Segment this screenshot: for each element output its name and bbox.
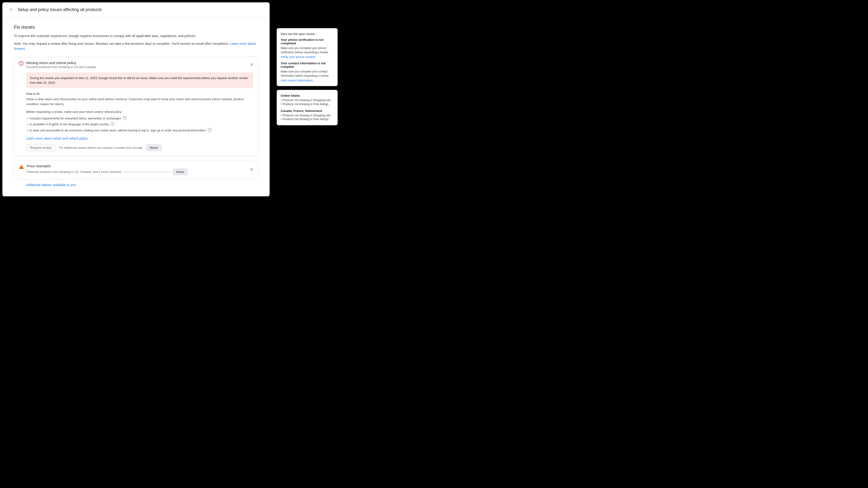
fix-issues-title: Fix issues xyxy=(14,24,258,30)
chevron-up-icon: ∧ xyxy=(250,62,253,67)
issue-subtitle-return: Prevents products from showing in US and… xyxy=(26,65,96,69)
additional-options-link[interactable]: Additional options available to you xyxy=(26,183,76,187)
panel-title: Setup and policy issues affecting all pr… xyxy=(18,7,102,12)
issue-title-group: Missing return and refund policy Prevent… xyxy=(26,61,96,69)
tooltip-open-issues: Here are the open issues: Your phone ver… xyxy=(277,28,338,86)
issue-title-group-2: Price mismatch Prevents products from sh… xyxy=(27,164,188,175)
main-panel: × Setup and policy issues affecting all … xyxy=(2,2,270,196)
tooltip-intro: Here are the open issues: xyxy=(281,32,334,36)
help-icon-3[interactable]: ? xyxy=(208,128,212,132)
fix-description: Show a clear return and refund policy on… xyxy=(26,97,253,107)
action-row: Request review Fix additional issues bef… xyxy=(26,144,253,151)
issue-header-left: Missing return and refund policy Prevent… xyxy=(19,61,96,69)
requirement-item: is available in English or the language … xyxy=(27,121,253,127)
canada-france-title: Canada, France, Switzerland xyxy=(281,109,334,113)
close-button[interactable]: × xyxy=(8,7,14,12)
request-review-button[interactable]: Request review xyxy=(26,144,55,151)
tooltip-phone-section: Your phone verification is not completed… xyxy=(281,38,334,59)
canada-france-section: Canada, France, Switzerland Products not… xyxy=(281,109,334,121)
chevron-up-icon-2: ∧ xyxy=(250,167,253,172)
issue-title-return: Missing return and refund policy xyxy=(26,61,96,65)
tooltip-contact-section: Your contact information is not complete… xyxy=(281,61,334,82)
add-contact-link[interactable]: Add contact information xyxy=(281,79,313,82)
issue-card-return-policy: Missing return and refund policy Prevent… xyxy=(14,57,258,156)
fix-message: Fix additional issues before you request… xyxy=(59,146,143,149)
us-bullet-1: Products not showing in Shopping Ads xyxy=(281,98,334,102)
description-text: To improve the customer experience, Goog… xyxy=(14,33,258,38)
issue-header-price-mismatch[interactable]: Price mismatch Prevents products from sh… xyxy=(14,160,258,179)
how-to-fix-label: How to fix xyxy=(26,92,253,95)
canada-bullet-1: Products not showing in Shopping Ads xyxy=(281,114,334,118)
note-bold: Note xyxy=(14,42,21,46)
issue-header-return-policy[interactable]: Missing return and refund policy Prevent… xyxy=(14,57,258,73)
hover-indicator-2: Hover xyxy=(173,168,188,175)
panel-header: × Setup and policy issues affecting all … xyxy=(3,3,270,17)
issue-header-left-2: Price mismatch Prevents products from sh… xyxy=(19,164,188,175)
issue-body-return: During the review you requested on Mar 1… xyxy=(14,73,258,156)
help-icon-1[interactable]: ? xyxy=(123,116,127,120)
phone-issue-desc: Make sure you complete your phone verifi… xyxy=(281,46,334,54)
help-icon-2[interactable]: ? xyxy=(111,122,115,126)
us-section: United States Products not showing in Sh… xyxy=(281,94,334,106)
contact-issue-title: Your contact information is not complete xyxy=(281,61,334,68)
before-request-text: Before requesting a review, make sure yo… xyxy=(26,110,253,114)
learn-return-policy-link[interactable]: Learn more about return and refund polic… xyxy=(26,137,253,140)
requirement-item: is clear and accessible to all customers… xyxy=(27,127,253,134)
us-title: United States xyxy=(281,94,334,97)
issue-subtitle-price: Prevents products from showing in US, Ca… xyxy=(27,168,188,175)
right-side-panel: Here are the open issues: Your phone ver… xyxy=(277,28,338,199)
hover-indicator-1: Hover xyxy=(146,144,161,151)
warning-icon xyxy=(19,165,24,169)
requirements-list: includes requirements for unwanted items… xyxy=(26,115,253,134)
alert-box: During the review you requested on Mar 1… xyxy=(26,73,253,88)
contact-issue-desc: Make sure you complete your contact info… xyxy=(281,69,334,78)
verify-phone-link[interactable]: Verify your phone number xyxy=(281,55,316,59)
additional-options: Additional options available to you xyxy=(14,183,258,189)
canada-bullet-2: Products not showing in Free listings xyxy=(281,117,334,121)
panel-content: Fix issues To improve the customer exper… xyxy=(3,17,270,196)
phone-issue-title: Your phone verification is not completed xyxy=(281,38,334,45)
us-bullet-2: Products not showing in Free listings xyxy=(281,102,334,106)
requirement-item: includes requirements for unwanted items… xyxy=(27,115,253,121)
issue-card-price-mismatch: Price mismatch Prevents products from sh… xyxy=(14,160,258,179)
note-text: Note: You may request a review after fix… xyxy=(14,41,258,51)
tooltip-countries: United States Products not showing in Sh… xyxy=(277,90,338,125)
error-icon xyxy=(19,61,24,66)
issue-title-price: Price mismatch xyxy=(27,164,188,168)
